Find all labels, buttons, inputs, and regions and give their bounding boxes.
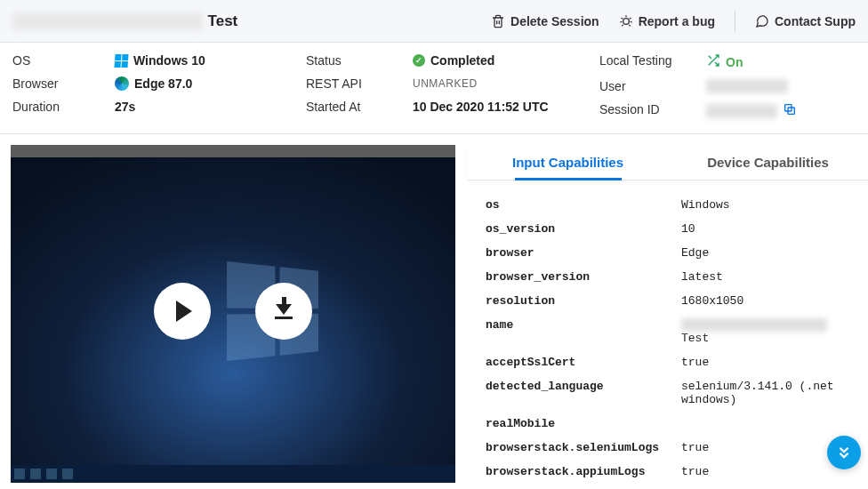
duration-label: Duration: [12, 100, 97, 114]
user-label: User: [599, 79, 688, 93]
delete-session-button[interactable]: Delete Session: [491, 14, 599, 28]
rest-api-value: UNMARKED: [413, 76, 591, 91]
local-testing-label: Local Testing: [599, 53, 688, 70]
play-button[interactable]: [154, 283, 211, 340]
cap-row-detected-language: detected_languageselenium/3.141.0 (.net …: [486, 380, 854, 406]
started-at-value: 10 Dec 2020 11:52 UTC: [413, 100, 591, 114]
status-label: Status: [306, 53, 395, 68]
tab-input-capabilities[interactable]: Input Capabilities: [468, 145, 668, 180]
capabilities-list: osWindows os_version10 browserEdge brows…: [468, 180, 868, 483]
session-video: [11, 145, 455, 483]
local-testing-value: On: [706, 53, 856, 70]
cap-row-resolution: resolution1680x1050: [486, 294, 854, 308]
expand-fab[interactable]: [827, 436, 861, 469]
cap-row-real-mobile: realMobile: [486, 417, 854, 430]
edge-icon: [115, 76, 129, 91]
cap-row-selenium-logs: browserstack.seleniumLogstrue: [486, 441, 854, 454]
chat-icon: [755, 14, 769, 28]
cap-row-os-version: os_version10: [486, 222, 854, 236]
started-at-label: Started At: [306, 100, 395, 114]
os-label: OS: [12, 53, 97, 68]
report-bug-button[interactable]: Report a bug: [619, 14, 715, 28]
session-title-prefix: martindusek21 - Windows: [12, 12, 203, 30]
shuffle-icon: [706, 53, 720, 70]
report-bug-label: Report a bug: [639, 14, 715, 28]
cap-row-os: osWindows: [486, 198, 854, 212]
browser-value: Edge 87.0: [115, 76, 297, 91]
session-id-label: Session ID: [599, 102, 688, 119]
delete-session-label: Delete Session: [510, 14, 599, 28]
trash-icon: [491, 14, 505, 28]
cap-row-browser-version: browser_versionlatest: [486, 270, 854, 284]
svg-point-0: [623, 18, 629, 24]
rest-api-label: REST API: [306, 76, 395, 91]
session-id-value: a1f0bb2c: [706, 102, 856, 119]
capabilities-pane: Input Capabilities Device Capabilities o…: [468, 145, 868, 483]
header-actions: Delete Session Report a bug Contact Supp: [491, 11, 856, 32]
session-header: martindusek21 - Windows Test Delete Sess…: [0, 0, 868, 43]
windows-icon: [114, 54, 128, 68]
os-value: Windows 10: [115, 53, 297, 68]
browser-label: Browser: [12, 76, 97, 91]
tab-device-capabilities[interactable]: Device Capabilities: [668, 145, 868, 180]
video-frame: [11, 157, 455, 465]
main-content: Input Capabilities Device Capabilities o…: [0, 134, 868, 483]
user-value: Martin Dusek: [706, 79, 856, 93]
download-icon: [275, 304, 293, 319]
cap-row-appium-logs: browserstack.appiumLogstrue: [486, 465, 854, 478]
contact-support-label: Contact Supp: [775, 14, 856, 28]
cap-row-name: namemartindusek21-Windows Test: [486, 318, 854, 345]
session-meta: OS Windows 10 Browser Edge 87.0 Duration…: [0, 43, 868, 134]
meta-col-3: Local Testing On User Martin Dusek Sessi…: [599, 53, 856, 119]
download-button[interactable]: [255, 283, 312, 340]
session-title-suffix: Test: [208, 12, 238, 30]
play-icon: [176, 301, 192, 322]
bug-icon: [619, 14, 633, 28]
capabilities-tabs: Input Capabilities Device Capabilities: [468, 145, 868, 180]
status-value: Completed: [413, 53, 591, 68]
contact-support-button[interactable]: Contact Supp: [755, 14, 856, 28]
meta-col-2: Status Completed REST API UNMARKED Start…: [306, 53, 591, 119]
check-circle-icon: [413, 54, 425, 67]
cap-row-accept-ssl: acceptSslCerttrue: [486, 356, 854, 369]
video-taskbar: [11, 465, 455, 483]
copy-icon[interactable]: [783, 102, 797, 119]
duration-value: 27s: [115, 100, 297, 114]
header-divider: [735, 11, 735, 32]
chevron-double-down-icon: [836, 445, 852, 461]
meta-col-1: OS Windows 10 Browser Edge 87.0 Duration…: [12, 53, 297, 119]
video-controls: [11, 157, 455, 465]
session-title: martindusek21 - Windows Test: [12, 12, 237, 30]
cap-row-browser: browserEdge: [486, 246, 854, 260]
